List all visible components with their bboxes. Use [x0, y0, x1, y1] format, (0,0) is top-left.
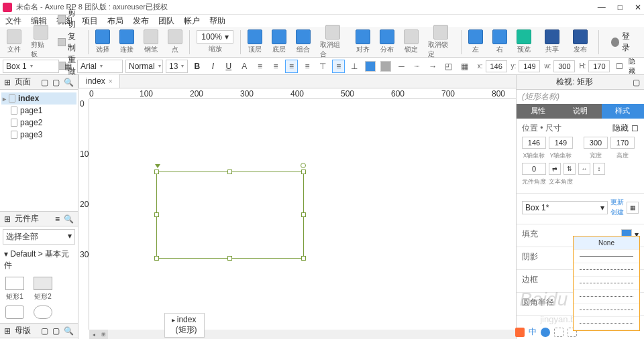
- border-dashdot[interactable]: [574, 303, 639, 317]
- master-add-icon[interactable]: ▢: [41, 326, 48, 336]
- w-input[interactable]: [553, 60, 575, 72]
- library-select[interactable]: 选择全部▾: [3, 229, 75, 245]
- login-button[interactable]: 登录: [606, 29, 641, 55]
- resize-sw[interactable]: [154, 256, 159, 261]
- align-center-button[interactable]: ≡: [285, 60, 298, 73]
- tab-style[interactable]: 样式: [602, 104, 644, 119]
- tool-align[interactable]: 对齐: [352, 29, 374, 55]
- tab-close-icon[interactable]: ×: [109, 78, 113, 85]
- align-left-button[interactable]: ≡: [269, 60, 282, 73]
- minimize-button[interactable]: —: [598, 3, 606, 12]
- fill-color-button[interactable]: [364, 60, 376, 73]
- bottom-icon-2[interactable]: [541, 328, 550, 337]
- resize-s[interactable]: [227, 256, 232, 261]
- tool-bottom[interactable]: 底层: [268, 29, 290, 55]
- insp-rot[interactable]: [522, 163, 546, 175]
- shape-rect2[interactable]: 矩形2: [34, 277, 52, 301]
- bottom-icon-3[interactable]: [554, 328, 564, 337]
- font-size-combo[interactable]: 13: [166, 60, 188, 73]
- menu-account[interactable]: 帐户: [184, 15, 200, 27]
- maximize-button[interactable]: □: [618, 3, 623, 12]
- shape-rect1[interactable]: 矩形1: [5, 277, 24, 301]
- hide-checkbox[interactable]: ☐: [631, 124, 639, 133]
- tool-share[interactable]: 共享: [541, 29, 564, 55]
- bullets-button[interactable]: ≡: [254, 60, 266, 73]
- page-2[interactable]: page2: [1, 117, 76, 129]
- style-update-link[interactable]: 更新: [610, 198, 624, 207]
- page-3[interactable]: page3: [1, 129, 76, 141]
- menu-help[interactable]: 帮助: [209, 15, 225, 27]
- tool-preview[interactable]: 预览: [513, 29, 535, 55]
- widget-name-field[interactable]: (矩形名称): [517, 90, 644, 104]
- style-manage-icon[interactable]: ▦: [627, 202, 639, 214]
- page-root[interactable]: ▸index: [1, 92, 76, 105]
- tool-cut[interactable]: 剪切: [58, 7, 83, 30]
- autosize-w-icon[interactable]: ↔: [578, 163, 590, 175]
- valign-top-button[interactable]: ⊤: [317, 60, 329, 73]
- flip-v-icon[interactable]: ⇅: [564, 163, 576, 175]
- bottom-icon-1[interactable]: [515, 328, 525, 337]
- horizontal-scrollbar[interactable]: ◂ ⊞: [89, 330, 516, 339]
- border-solid[interactable]: [574, 250, 639, 263]
- menu-team[interactable]: 团队: [158, 15, 174, 27]
- align-right-button[interactable]: ≡: [301, 60, 313, 73]
- border-dashed[interactable]: [574, 263, 639, 277]
- valign-middle-button[interactable]: ≡: [332, 60, 345, 73]
- tool-distribute[interactable]: 分布: [376, 29, 398, 55]
- border-none[interactable]: None: [574, 236, 639, 250]
- resize-se[interactable]: [301, 256, 306, 261]
- tool-right[interactable]: 右: [488, 29, 511, 55]
- flip-h-icon[interactable]: ⇄: [549, 163, 561, 175]
- font-color-button[interactable]: A: [237, 60, 250, 73]
- tool-connect[interactable]: 连接: [115, 29, 138, 55]
- master-folder-icon[interactable]: ▢: [52, 326, 60, 336]
- tool-zoom[interactable]: 100%▾缩放: [193, 29, 237, 54]
- border-dotted[interactable]: [574, 290, 639, 303]
- italic-button[interactable]: I: [207, 60, 219, 73]
- font-style-combo[interactable]: Normal: [125, 60, 163, 73]
- shadow-button[interactable]: ▦: [458, 60, 470, 73]
- rotate-handle[interactable]: [155, 164, 160, 168]
- y-input[interactable]: [519, 60, 540, 72]
- tool-file[interactable]: 文件: [3, 29, 25, 55]
- selected-rectangle[interactable]: [156, 172, 304, 259]
- line-style-button[interactable]: ┈: [411, 60, 423, 73]
- resize-e[interactable]: [301, 212, 306, 217]
- hide-checkbox[interactable]: ☐: [612, 60, 625, 73]
- insp-y[interactable]: [549, 137, 573, 149]
- library-path[interactable]: ▾ Default > 基本元件: [0, 247, 78, 273]
- inspector-pin-icon[interactable]: ▢: [633, 78, 640, 87]
- corner-button[interactable]: ◰: [442, 60, 455, 73]
- style-combo[interactable]: Box 1*▾: [522, 201, 608, 214]
- add-folder-icon[interactable]: ▢: [52, 78, 60, 87]
- tool-clipboard[interactable]: 剪贴板: [27, 24, 54, 60]
- tool-lock[interactable]: 锁定: [400, 29, 423, 55]
- resize-n[interactable]: [227, 170, 232, 174]
- widget-menu-icon[interactable]: ▦: [62, 60, 74, 73]
- menu-layout[interactable]: 布局: [107, 15, 123, 27]
- tool-ungroup[interactable]: 取消组合: [316, 24, 350, 60]
- scroll-left-icon[interactable]: ◂: [89, 330, 99, 339]
- shape-extra2[interactable]: [34, 306, 52, 319]
- tool-top[interactable]: 顶层: [244, 29, 266, 55]
- tool-pen[interactable]: 钢笔: [140, 29, 162, 55]
- style-create-link[interactable]: 创建: [610, 208, 624, 217]
- resize-w[interactable]: [154, 212, 159, 217]
- font-combo[interactable]: Arial: [77, 60, 123, 73]
- tool-left[interactable]: 左: [464, 29, 487, 55]
- bold-button[interactable]: B: [191, 60, 203, 73]
- underline-button[interactable]: U: [222, 60, 235, 73]
- valign-bottom-button[interactable]: ⊥: [347, 60, 360, 73]
- widget-combo[interactable]: Box 1: [3, 60, 59, 73]
- border-dashed2[interactable]: [574, 277, 639, 290]
- lib-search-icon[interactable]: 🔍: [64, 214, 74, 224]
- autosize-h-icon[interactable]: ↕: [593, 163, 605, 175]
- tool-unlock[interactable]: 取消锁定: [424, 24, 458, 60]
- menu-publish[interactable]: 发布: [133, 15, 149, 27]
- tool-copy[interactable]: 复制: [58, 31, 83, 54]
- page-1[interactable]: page1: [1, 105, 76, 117]
- h-input[interactable]: [588, 60, 610, 72]
- line-color-button[interactable]: [379, 60, 392, 73]
- insp-w[interactable]: [584, 137, 608, 149]
- insp-x[interactable]: [522, 137, 546, 149]
